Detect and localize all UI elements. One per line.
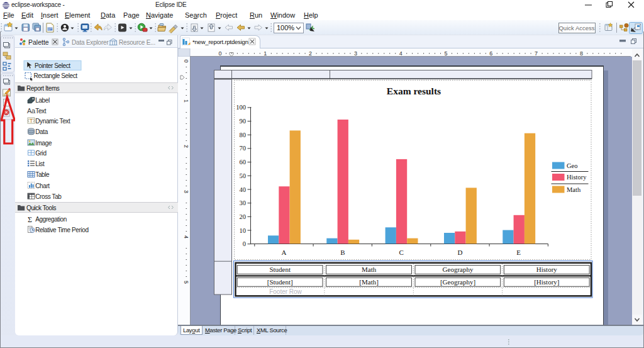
svg-text:History: History xyxy=(536,266,558,273)
svg-text:Quick Access: Quick Access xyxy=(558,25,594,31)
svg-text:60: 60 xyxy=(240,159,247,166)
svg-text:E: E xyxy=(516,249,521,256)
svg-text:0: 0 xyxy=(183,59,189,62)
svg-text:[Geography]: [Geography] xyxy=(440,278,475,286)
svg-text:4: 4 xyxy=(399,50,402,57)
svg-text:70: 70 xyxy=(240,145,247,152)
svg-text:History: History xyxy=(567,174,587,181)
svg-text:Cross Tab: Cross Tab xyxy=(35,193,62,200)
svg-text:Relative Time Period: Relative Time Period xyxy=(35,227,88,233)
svg-text:Resource E...: Resource E... xyxy=(119,39,155,46)
svg-text:Footer Row: Footer Row xyxy=(269,288,302,295)
svg-text:[History]: [History] xyxy=(534,278,559,286)
svg-text:Aa: Aa xyxy=(27,107,36,115)
svg-text:Geo: Geo xyxy=(567,162,578,169)
svg-text:D: D xyxy=(457,249,462,256)
svg-text:Geography: Geography xyxy=(443,266,474,273)
svg-text:Image: Image xyxy=(35,140,52,147)
svg-text:RPT: RPT xyxy=(47,28,53,31)
svg-text:[Student]: [Student] xyxy=(267,278,293,286)
svg-text:5: 5 xyxy=(444,50,447,57)
svg-text:Student: Student xyxy=(269,266,291,273)
svg-text:Chart: Chart xyxy=(35,182,50,189)
svg-text:6: 6 xyxy=(489,50,492,57)
svg-text:Report Items: Report Items xyxy=(26,85,60,92)
svg-text:Data Explorer: Data Explorer xyxy=(72,39,109,46)
svg-text:80: 80 xyxy=(240,132,247,138)
svg-text:100%: 100% xyxy=(277,24,294,31)
svg-text:40: 40 xyxy=(240,186,247,193)
svg-text:B: B xyxy=(340,249,345,256)
svg-text:Data: Data xyxy=(35,128,48,135)
svg-text:Math: Math xyxy=(362,266,377,273)
svg-text:1: 1 xyxy=(264,50,267,57)
svg-text:30: 30 xyxy=(240,199,247,206)
svg-text:7: 7 xyxy=(535,50,538,57)
svg-text:Label: Label xyxy=(35,97,50,104)
svg-text:Math: Math xyxy=(567,186,581,193)
svg-text:Grid: Grid xyxy=(35,150,46,157)
svg-text:Dynamic Text: Dynamic Text xyxy=(35,118,70,125)
svg-text:10: 10 xyxy=(240,227,247,234)
svg-text:3: 3 xyxy=(354,50,357,57)
svg-text:A: A xyxy=(282,249,287,256)
svg-text:Palette: Palette xyxy=(28,38,49,46)
svg-text:2: 2 xyxy=(309,50,312,57)
svg-text:Pointer Select: Pointer Select xyxy=(35,62,70,69)
svg-text:Table: Table xyxy=(35,171,50,178)
svg-text:Text: Text xyxy=(35,108,46,115)
svg-text:50: 50 xyxy=(240,172,247,179)
svg-text:0: 0 xyxy=(243,240,246,247)
svg-text:Exam results: Exam results xyxy=(387,86,441,96)
svg-text:100: 100 xyxy=(236,104,246,111)
svg-text:Quick Tools: Quick Tools xyxy=(26,205,57,211)
svg-text:Rectangle Select: Rectangle Select xyxy=(34,72,78,79)
svg-text:T: T xyxy=(30,118,33,124)
svg-text:0: 0 xyxy=(218,50,221,57)
svg-text:8: 8 xyxy=(580,50,583,57)
svg-text:List: List xyxy=(35,160,45,167)
svg-text:90: 90 xyxy=(240,118,247,125)
svg-text:C: C xyxy=(399,249,403,256)
svg-text:Σ: Σ xyxy=(28,215,32,224)
svg-text:[Math]: [Math] xyxy=(359,278,379,286)
svg-text:20: 20 xyxy=(240,213,247,220)
svg-text:Aggregation: Aggregation xyxy=(35,216,67,223)
